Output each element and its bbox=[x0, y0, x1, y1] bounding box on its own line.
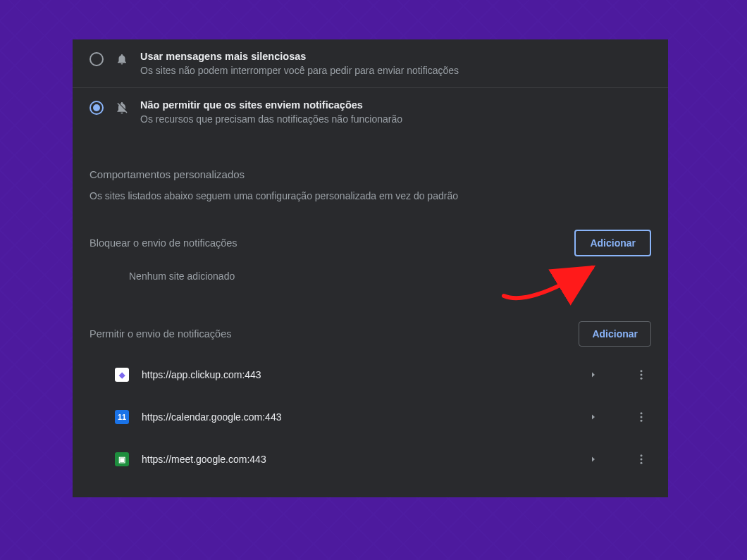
svg-point-6 bbox=[641, 454, 643, 456]
bell-icon bbox=[115, 52, 129, 66]
svg-point-5 bbox=[641, 420, 643, 422]
option-desc: Os sites não podem interromper você para… bbox=[140, 65, 459, 76]
svg-point-0 bbox=[641, 370, 643, 372]
more-options-icon[interactable] bbox=[631, 407, 651, 427]
site-url: https://app.clickup.com:443 bbox=[142, 369, 584, 380]
block-empty-hint: Nenhum site adicionado bbox=[73, 263, 668, 296]
site-favicon-clickup-icon: ◆ bbox=[115, 368, 129, 382]
radio-option-quiet[interactable]: Usar mensagens mais silenciosas Os sites… bbox=[73, 39, 668, 88]
svg-point-3 bbox=[641, 412, 643, 414]
chevron-right-icon[interactable] bbox=[584, 407, 603, 427]
bell-off-icon bbox=[115, 101, 129, 115]
svg-point-7 bbox=[641, 459, 643, 461]
custom-behaviors-heading: Comportamentos personalizados bbox=[73, 144, 668, 183]
more-options-icon[interactable] bbox=[631, 365, 651, 385]
option-title: Usar mensagens mais silenciosas bbox=[140, 51, 459, 62]
site-row[interactable]: ▣ https://meet.google.com:443 bbox=[73, 438, 668, 480]
site-url: https://calendar.google.com:443 bbox=[142, 411, 584, 423]
radio-control[interactable] bbox=[89, 52, 104, 66]
svg-point-2 bbox=[641, 378, 643, 380]
option-title: Não permitir que os sites enviem notific… bbox=[140, 99, 402, 111]
radio-control-selected[interactable] bbox=[89, 101, 104, 115]
allow-label: Permitir o envio de notificações bbox=[89, 328, 232, 340]
site-row[interactable]: ◆ https://app.clickup.com:443 bbox=[73, 354, 668, 396]
add-allow-button[interactable]: Adicionar bbox=[579, 321, 651, 347]
block-label: Bloquear o envio de notificações bbox=[89, 237, 237, 249]
block-notifications-row: Bloquear o envio de notificações Adicion… bbox=[73, 209, 668, 263]
add-block-button[interactable]: Adicionar bbox=[574, 230, 651, 256]
option-desc: Os recursos que precisam das notificaçõe… bbox=[140, 113, 402, 125]
svg-point-1 bbox=[641, 374, 643, 376]
chevron-right-icon[interactable] bbox=[584, 449, 603, 469]
custom-behaviors-subtext: Os sites listados abaixo seguem uma conf… bbox=[73, 183, 668, 209]
svg-point-8 bbox=[641, 462, 643, 464]
svg-point-4 bbox=[641, 416, 643, 418]
site-url: https://meet.google.com:443 bbox=[142, 454, 584, 465]
site-favicon-calendar-icon: 11 bbox=[115, 410, 129, 424]
allow-notifications-row: Permitir o envio de notificações Adicion… bbox=[73, 296, 668, 354]
chevron-right-icon[interactable] bbox=[584, 365, 603, 385]
site-row[interactable]: 11 https://calendar.google.com:443 bbox=[73, 396, 668, 438]
more-options-icon[interactable] bbox=[631, 449, 651, 469]
site-favicon-meet-icon: ▣ bbox=[115, 452, 129, 466]
settings-panel: Usar mensagens mais silenciosas Os sites… bbox=[73, 39, 668, 497]
radio-option-block[interactable]: Não permitir que os sites enviem notific… bbox=[73, 88, 668, 144]
